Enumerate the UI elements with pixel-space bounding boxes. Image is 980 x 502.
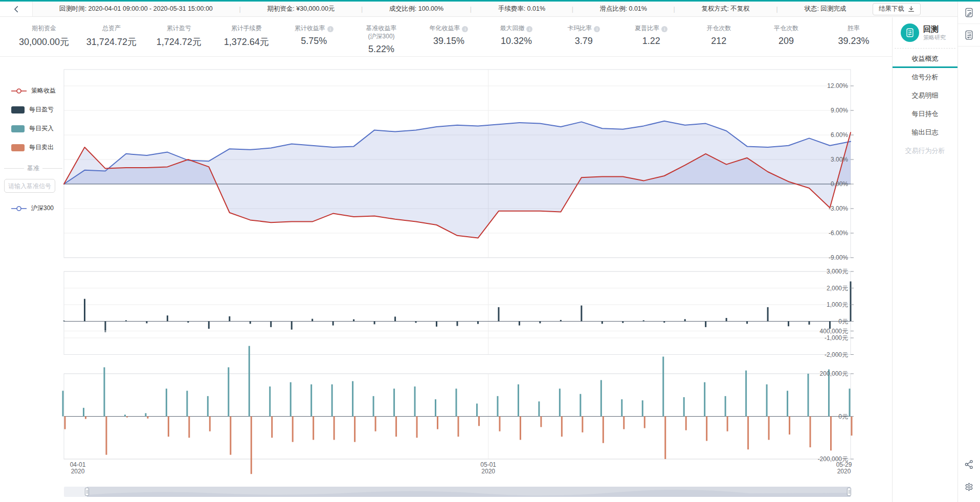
backtest-app: 回测时间: 2020-04-01 09:00:00 - 2020-05-31 1… xyxy=(0,0,980,502)
stat-label: 开仓次数 xyxy=(685,24,752,32)
info-icon[interactable]: i xyxy=(526,26,532,32)
topbar-separator: | xyxy=(776,6,778,13)
stat-value: 10.32% xyxy=(482,36,550,47)
backtest-doc-swap-icon xyxy=(901,24,919,42)
sidebar-menu-item[interactable]: 收益概览 xyxy=(893,50,957,68)
stat-value: 1,724.72元 xyxy=(145,36,213,48)
svg-text:400,000元: 400,000元 xyxy=(820,328,848,335)
info-icon[interactable]: i xyxy=(661,26,667,32)
sidebar: 回测 策略研究 收益概览信号分析交易明细每日持仓输出日志交易行为分析 xyxy=(892,17,957,502)
info-icon[interactable]: i xyxy=(594,26,600,32)
stat-label-text: 总资产 xyxy=(102,25,121,32)
topbar-item: 手续费率: 0.01% xyxy=(498,5,545,13)
x-axis-label: 05-292020 xyxy=(836,462,852,475)
topbar-separator: | xyxy=(239,6,240,13)
sidebar-header: 回测 策略研究 xyxy=(895,17,955,49)
stat-cell: 总资产31,724.72元 xyxy=(78,24,145,56)
stat-cell: 累计手续费1,372.64元 xyxy=(213,24,280,56)
stat-cell: 基准收益率(沪深300)5.22% xyxy=(348,24,415,56)
svg-text:9.00%: 9.00% xyxy=(831,107,848,114)
x-axis-label: 05-012020 xyxy=(480,462,496,475)
stat-label: 期初资金 xyxy=(10,24,78,32)
svg-text:0元: 0元 xyxy=(838,413,848,420)
svg-text:200,000元: 200,000元 xyxy=(820,370,848,377)
back-button[interactable] xyxy=(0,2,33,16)
stat-value: 3.79 xyxy=(550,36,617,47)
content: 期初资金30,000.00元总资产31,724.72元累计盈亏1,724.72元… xyxy=(0,17,893,502)
stat-cell: 最大回撤i10.32% xyxy=(482,24,550,56)
stat-label: 夏普比率i xyxy=(617,24,685,32)
datazoom-left-handle[interactable] xyxy=(85,488,89,496)
svg-text:6.00%: 6.00% xyxy=(831,131,848,139)
stat-cell: 开仓次数212 xyxy=(685,24,752,56)
topbar-item: 复权方式: 不复权 xyxy=(701,5,749,13)
stat-label: 年化收益率i xyxy=(415,24,483,32)
x-axis-label-year: 2020 xyxy=(480,468,496,475)
stat-value: 212 xyxy=(685,36,752,47)
stats-row: 期初资金30,000.00元总资产31,724.72元累计盈亏1,724.72元… xyxy=(0,17,893,57)
sidebar-menu-item[interactable]: 信号分析 xyxy=(893,68,957,86)
datazoom-slider[interactable] xyxy=(64,486,851,497)
stat-value: 31,724.72元 xyxy=(78,36,145,48)
info-icon[interactable]: i xyxy=(462,26,468,32)
backtest-doc-icon[interactable] xyxy=(958,24,980,47)
svg-text:-1,000元: -1,000元 xyxy=(825,334,848,341)
stat-value: 39.15% xyxy=(415,36,483,47)
topbar-item: 状态: 回测完成 xyxy=(804,5,846,13)
sidebar-menu-item[interactable]: 输出日志 xyxy=(893,123,957,142)
topbar-separator: | xyxy=(674,6,675,13)
stat-value: 30,000.00元 xyxy=(10,36,78,48)
stat-sublabel: (沪深300) xyxy=(348,32,415,40)
topbar-item: 回测时间: 2020-04-01 09:00:00 - 2020-05-31 1… xyxy=(59,5,213,13)
datazoom-right-handle[interactable] xyxy=(847,488,851,496)
download-results-button[interactable]: 结果下载 xyxy=(873,3,921,15)
right-rail xyxy=(957,2,980,502)
stat-cell: 期初资金30,000.00元 xyxy=(10,24,78,56)
topbar-item: 成交比例: 100.00% xyxy=(389,5,443,13)
stat-value: 209 xyxy=(752,36,820,47)
stat-label: 累计收益率i xyxy=(280,24,348,32)
svg-text:0元: 0元 xyxy=(838,318,848,325)
stat-label-text: 年化收益率 xyxy=(429,25,460,32)
sidebar-menu-item[interactable]: 交易明细 xyxy=(893,86,957,105)
stat-label-text: 卡玛比率 xyxy=(567,25,592,32)
info-icon[interactable]: i xyxy=(327,26,333,32)
strategy-edit-icon[interactable] xyxy=(958,2,980,24)
sidebar-subtitle: 策略研究 xyxy=(923,34,946,41)
topbar-item: 滑点比例: 0.01% xyxy=(600,5,647,13)
datazoom-track[interactable] xyxy=(64,487,851,497)
x-axis-label-year: 2020 xyxy=(836,468,852,475)
stat-label-text: 累计手续费 xyxy=(231,25,262,32)
stat-cell: 夏普比率i1.22 xyxy=(617,24,685,56)
stat-label-text: 最大回撤 xyxy=(500,25,524,32)
topbar-separator: | xyxy=(361,6,363,13)
stat-cell: 年化收益率i39.15% xyxy=(415,24,483,56)
stat-label: 卡玛比率i xyxy=(550,24,617,32)
svg-text:0.00%: 0.00% xyxy=(831,180,848,188)
svg-text:3,000元: 3,000元 xyxy=(827,268,848,275)
topbar-item: 期初资金: ¥30,000.00元 xyxy=(267,5,335,13)
datazoom-data-shadow xyxy=(64,487,851,497)
stat-value: 5.22% xyxy=(348,44,415,55)
stat-label-text: 基准收益率 xyxy=(366,25,397,32)
svg-text:-6.00%: -6.00% xyxy=(829,230,848,237)
sidebar-menu-item[interactable]: 每日持仓 xyxy=(893,105,957,123)
stat-cell: 卡玛比率i3.79 xyxy=(550,24,617,56)
settings-gear-icon[interactable] xyxy=(958,475,980,498)
topbar-info-items: 回测时间: 2020-04-01 09:00:00 - 2020-05-31 1… xyxy=(33,5,873,13)
svg-text:2,000元: 2,000元 xyxy=(827,285,848,292)
stat-label-text: 平仓次数 xyxy=(774,25,798,32)
svg-text:3.00%: 3.00% xyxy=(831,156,848,163)
stat-value: 1.22 xyxy=(617,36,685,47)
stat-label: 基准收益率(沪深300) xyxy=(348,24,415,40)
topbar-separator: | xyxy=(572,6,573,13)
svg-text:-3.00%: -3.00% xyxy=(829,205,848,212)
stat-value: 5.75% xyxy=(280,36,348,47)
stat-label-text: 夏普比率 xyxy=(635,25,659,32)
svg-text:-2,000元: -2,000元 xyxy=(825,351,848,358)
stat-label: 总资产 xyxy=(78,24,145,32)
stat-label: 最大回撤i xyxy=(482,24,550,32)
share-icon[interactable] xyxy=(958,453,980,475)
charts-region: 策略收益每日盈亏每日买入每日卖出基准沪深300 12.00%9.00%6.00%… xyxy=(0,57,893,502)
sidebar-menu: 收益概览信号分析交易明细每日持仓输出日志交易行为分析 xyxy=(893,49,957,160)
